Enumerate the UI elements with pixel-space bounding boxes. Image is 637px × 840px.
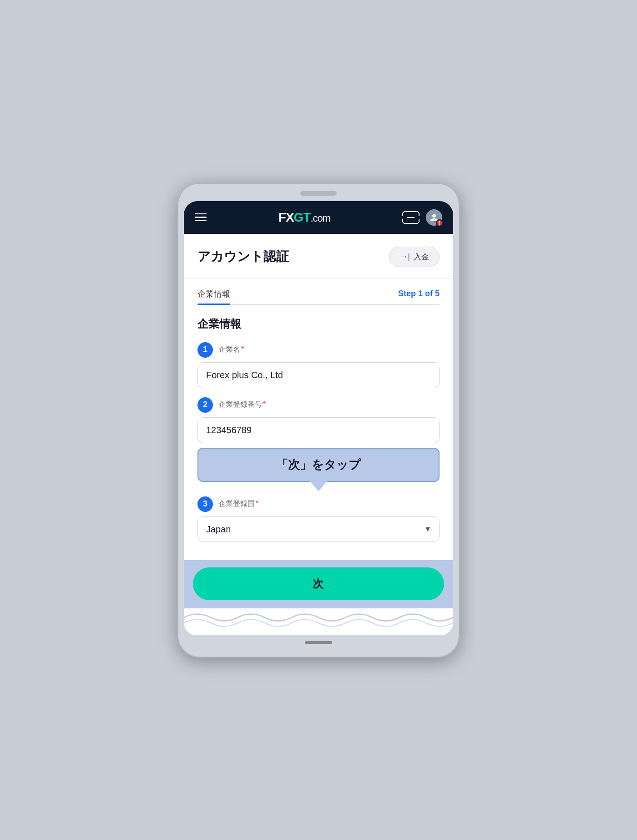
- home-indicator: [305, 641, 332, 644]
- tooltip-wrap: 「次」をタップ: [197, 448, 440, 482]
- page-title: アカウント認証: [197, 248, 289, 265]
- deposit-button[interactable]: →| 入金: [389, 247, 440, 267]
- company-country-select[interactable]: Japan United States United Kingdom: [197, 516, 440, 542]
- logo: FXGT.com: [278, 210, 330, 225]
- step-circle-3: 3: [197, 496, 213, 512]
- field-group-3: 3 企業登録国* Japan United States United King…: [197, 496, 440, 542]
- company-name-input[interactable]: [197, 362, 440, 388]
- logo-dotcom: .com: [310, 213, 330, 224]
- company-registration-input[interactable]: [197, 417, 440, 443]
- screen: FXGT.com ! アカウント認証: [184, 201, 453, 636]
- user-badge: !: [436, 219, 443, 227]
- header-icons: !: [402, 209, 442, 226]
- wave-svg: [184, 608, 453, 636]
- step-circle-2: 2: [197, 397, 213, 413]
- step-circle-1: 1: [197, 342, 213, 358]
- tooltip-bubble: 「次」をタップ: [197, 448, 440, 482]
- field-group-1: 1 企業名*: [197, 342, 440, 388]
- logo-gt: GT: [294, 210, 311, 224]
- header: FXGT.com !: [184, 201, 453, 234]
- field-header-3: 3 企業登録国*: [197, 496, 440, 512]
- deposit-label: 入金: [414, 252, 429, 262]
- ticket-line: [407, 217, 415, 218]
- device-notch: [300, 191, 337, 196]
- content-area: アカウント認証 →| 入金: [184, 234, 453, 278]
- field-label-1: 企業名*: [218, 345, 244, 354]
- field-label-3: 企業登録国*: [218, 499, 258, 509]
- wave-area: [184, 608, 453, 636]
- bottom-action: 次: [184, 560, 453, 608]
- tab-label[interactable]: 企業情報: [197, 288, 230, 299]
- device-frame: FXGT.com ! アカウント認証: [177, 183, 460, 658]
- ticket-icon[interactable]: [402, 211, 420, 224]
- next-button[interactable]: 次: [193, 567, 444, 600]
- menu-icon[interactable]: [195, 213, 207, 222]
- step-indicator: Step 1 of 5: [398, 289, 440, 299]
- field-header-1: 1 企業名*: [197, 342, 440, 358]
- logo-fx: FX: [278, 210, 294, 224]
- deposit-arrow: →|: [399, 252, 410, 262]
- field-group-2: 2 企業登録番号*: [197, 397, 440, 443]
- tab-row: 企業情報 Step 1 of 5: [197, 288, 440, 305]
- field-select-wrap: Japan United States United Kingdom ▼: [197, 516, 440, 542]
- tab-area: 企業情報 Step 1 of 5: [184, 278, 453, 305]
- page-header: アカウント認証 →| 入金: [197, 247, 440, 267]
- field-label-2: 企業登録番号*: [218, 400, 266, 410]
- form-section: 企業情報 1 企業名* 2 企業登録番号*: [184, 305, 453, 560]
- section-title: 企業情報: [197, 317, 440, 331]
- field-header-2: 2 企業登録番号*: [197, 397, 440, 413]
- user-icon-wrap[interactable]: !: [426, 209, 442, 226]
